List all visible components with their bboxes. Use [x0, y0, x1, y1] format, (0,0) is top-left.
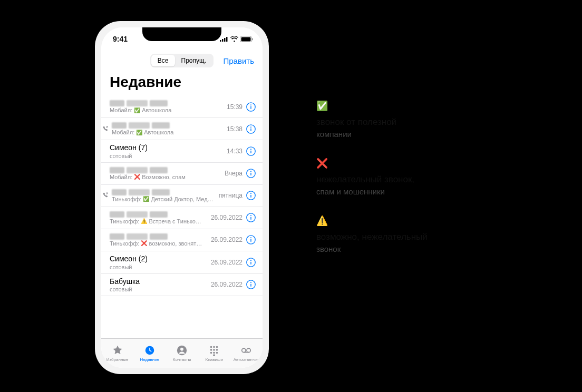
call-time: 26.09.2022	[211, 236, 242, 243]
svg-rect-24	[250, 217, 251, 220]
tab-recents[interactable]: Недавние	[133, 339, 166, 368]
warning-icon: ⚠️	[316, 215, 527, 227]
info-icon[interactable]	[246, 168, 256, 179]
info-icon[interactable]	[246, 102, 256, 112]
svg-point-14	[250, 149, 251, 150]
call-time: 26.09.2022	[211, 281, 242, 288]
svg-point-44	[213, 352, 215, 354]
call-row[interactable]: Симеон (7)сотовый14:33	[101, 140, 263, 163]
outgoing-call-icon	[102, 125, 109, 132]
check-icon: ✅	[316, 100, 527, 112]
call-row[interactable]: Мобайл:✅Автошкола15:39	[101, 96, 263, 118]
caller-subtitle: Мобайл:✅Автошкола	[112, 129, 227, 135]
nav-bar: Все Пропущ. Править	[101, 51, 263, 71]
call-row[interactable]: Мобайл:❌Возможно, спамВчера	[101, 163, 263, 185]
caller-subtitle: сотовый	[110, 153, 227, 159]
page-title: Недавние	[101, 71, 263, 96]
svg-rect-6	[252, 38, 253, 40]
svg-point-17	[250, 171, 251, 172]
info-icon[interactable]	[246, 146, 256, 156]
notch	[142, 27, 221, 41]
svg-point-48	[247, 348, 250, 352]
call-time: 15:39	[227, 103, 242, 111]
call-time: 15:38	[227, 125, 242, 133]
star-icon	[112, 345, 123, 356]
segmented-control[interactable]: Все Пропущ.	[150, 54, 214, 67]
svg-point-41	[213, 349, 215, 351]
tab-bar: Избранные Недавние Контакты Клавиши	[101, 338, 263, 368]
tab-keypad[interactable]: Клавиши	[198, 339, 230, 368]
caller-subtitle: Мобайл:❌Возможно, спам	[110, 174, 225, 180]
call-time: Вчера	[225, 170, 242, 177]
call-time: 26.09.2022	[211, 214, 242, 221]
caller-name: Бабушка	[110, 277, 211, 286]
info-icon[interactable]	[246, 212, 256, 223]
legend-item-good: ✅ звонок от полезной компании	[316, 100, 527, 139]
svg-rect-18	[250, 173, 251, 175]
info-button[interactable]	[246, 168, 256, 179]
call-row[interactable]: Тинькофф:❌возможно, звонят…26.09.2022	[101, 229, 263, 251]
caller-subtitle: Тинькофф:❌возможно, звонят…	[110, 240, 211, 247]
caller-subtitle: сотовый	[110, 264, 211, 270]
caller-name-redacted	[110, 233, 211, 240]
tab-contacts[interactable]: Контакты	[166, 339, 198, 368]
phone-frame: 9:41 Все Пропущ. Править Недавние М	[95, 21, 269, 374]
svg-point-45	[216, 352, 218, 354]
svg-point-37	[210, 346, 212, 348]
svg-rect-15	[250, 151, 251, 153]
svg-point-40	[210, 349, 212, 351]
svg-point-23	[250, 215, 251, 217]
info-button[interactable]	[246, 279, 256, 290]
legend-item-bad: ❌ нежелательный звонок, спам и мошенники	[316, 158, 527, 196]
info-icon[interactable]	[246, 190, 256, 201]
svg-point-47	[242, 348, 246, 352]
caller-subtitle: Мобайл:✅Автошкола	[110, 107, 227, 113]
seg-all[interactable]: Все	[151, 55, 175, 66]
call-row[interactable]: Тинькофф:✅Детский Доктор, Мед…пятница	[101, 185, 263, 207]
recents-list[interactable]: Мобайл:✅Автошкола15:39 Мобайл:✅Автошкола…	[101, 96, 263, 338]
call-row[interactable]: Бабушкасотовый26.09.2022	[101, 274, 263, 297]
info-button[interactable]	[246, 257, 256, 268]
svg-rect-1	[222, 39, 224, 42]
caller-name: Симеон (2)	[110, 254, 211, 263]
svg-point-20	[250, 193, 251, 194]
info-icon[interactable]	[246, 279, 256, 290]
info-button[interactable]	[246, 234, 256, 245]
person-icon	[176, 345, 188, 356]
info-icon[interactable]	[246, 257, 256, 268]
tab-voicemail[interactable]: Автоответчик	[230, 339, 263, 368]
svg-point-43	[210, 352, 212, 354]
caller-name: Симеон (7)	[110, 143, 227, 152]
seg-missed[interactable]: Пропущ.	[175, 55, 213, 66]
svg-rect-27	[250, 239, 251, 242]
svg-rect-21	[250, 195, 251, 198]
info-button[interactable]	[246, 102, 256, 112]
call-row[interactable]: Мобайл:✅Автошкола15:38	[101, 118, 263, 140]
info-button[interactable]	[246, 190, 256, 201]
edit-button[interactable]: Править	[224, 56, 255, 65]
info-button[interactable]	[246, 124, 256, 134]
battery-icon	[240, 36, 253, 42]
info-icon[interactable]	[246, 124, 256, 134]
call-time: 26.09.2022	[211, 259, 242, 266]
caller-name-redacted	[110, 211, 211, 218]
caller-name-redacted	[110, 167, 225, 173]
svg-rect-33	[250, 284, 251, 287]
info-icon[interactable]	[246, 234, 256, 245]
svg-point-26	[250, 238, 251, 239]
info-button[interactable]	[246, 146, 256, 156]
call-row[interactable]: Тинькофф:⚠️Встреча с Тинько…26.09.2022	[101, 207, 263, 229]
call-row[interactable]: Симеон (2)сотовый26.09.2022	[101, 251, 263, 274]
legend: ✅ звонок от полезной компании ❌ нежелате…	[316, 100, 527, 272]
info-button[interactable]	[246, 212, 256, 223]
svg-point-8	[250, 104, 251, 105]
tab-favorites[interactable]: Избранные	[101, 339, 133, 368]
svg-point-38	[213, 346, 215, 348]
svg-rect-9	[250, 106, 251, 109]
svg-rect-2	[224, 38, 226, 42]
signal-icon	[220, 36, 228, 42]
caller-subtitle: сотовый	[110, 286, 211, 292]
svg-point-36	[180, 348, 183, 351]
outgoing-call-icon	[102, 192, 109, 198]
svg-point-29	[250, 260, 251, 261]
